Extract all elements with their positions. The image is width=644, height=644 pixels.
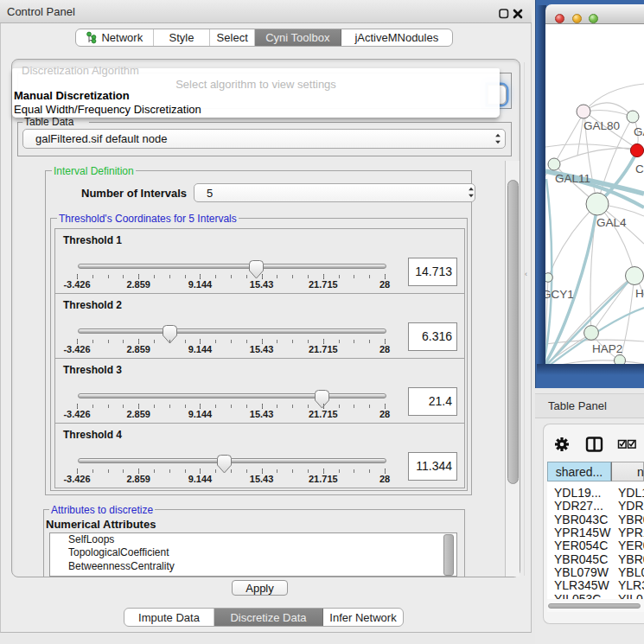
svg-text:GAL80: GAL80 [583,119,620,132]
svg-text:GCY1: GCY1 [545,288,574,301]
svg-text:GAL11: GAL11 [555,172,590,185]
svg-text:GA: GA [634,125,644,138]
svg-text:GAL4: GAL4 [596,216,627,229]
svg-text:C: C [635,163,644,175]
svg-text:H: H [635,287,644,300]
svg-text:HAP2: HAP2 [592,342,622,355]
